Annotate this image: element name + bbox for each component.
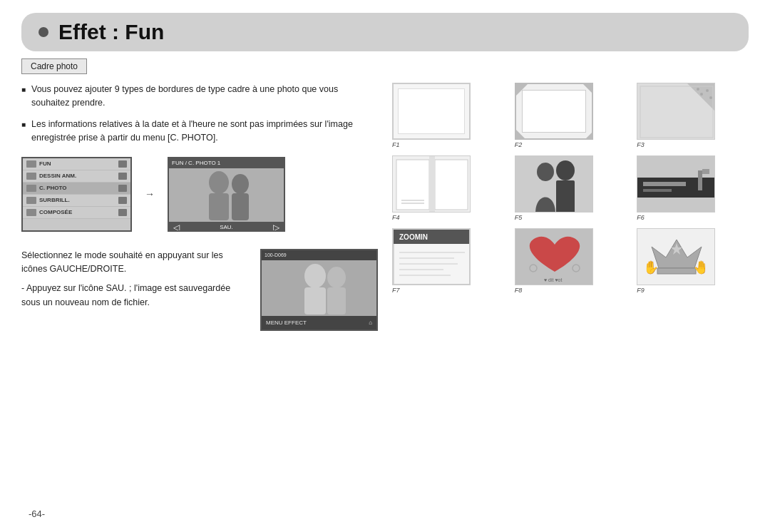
left-nav-icon[interactable]: ◁ [173,222,180,232]
camera2-bottom-bar: MENU EFFECT ⌂ [262,316,376,330]
couple-photo-svg [169,168,284,222]
svg-rect-4 [232,193,249,220]
photo-preview-screen: FUN / C. PHOTO 1 ◁ SAU. [168,157,285,232]
frame4-svg [393,156,470,212]
frame-item-1: F1 [392,83,504,148]
frame-label-4: F4 [392,214,400,221]
menu-icon-composee [26,209,36,216]
section2: Sélectionnez le mode souhaité en appuyan… [21,249,378,331]
svg-rect-27 [515,156,592,212]
bullet-1: Vous pouvez ajouter 9 types de bordures … [21,83,378,111]
svg-rect-36 [702,169,709,174]
frame1-inner [398,88,465,134]
svg-point-17 [700,93,703,96]
menu-text-surbrill: SURBRILL. [39,197,115,203]
menu-item-cphoto: C. PHOTO [23,183,130,195]
svg-rect-34 [643,189,672,192]
svg-marker-11 [583,84,592,96]
camera-menu: FUN DESSIN ANM. C. PHOTO [23,158,130,230]
frame-item-3: F3 [637,83,749,148]
menu-right-dessin [118,173,127,180]
menu-right-cphoto [118,185,127,192]
frame-label-7: F7 [392,287,400,294]
camera2-home-icon[interactable]: ⌂ [369,319,372,326]
camera2-screen: 100-D069 MENU EFFECT ⌂ [260,249,378,331]
photo-title: FUN / C. PHOTO 1 [172,160,220,166]
frame-label-1: F1 [392,141,400,148]
menu-item-dessin: DESSIN ANM. [23,170,130,183]
svg-point-6 [304,264,326,288]
right-column: F1 F2 [392,83,749,331]
header-dot [38,27,48,37]
camera2-menu-label[interactable]: MENU EFFECT [266,319,307,326]
svg-point-28 [537,163,554,181]
svg-point-19 [709,96,712,99]
menu-icon-fun [26,160,36,168]
frame5-svg [515,156,592,212]
menu-right-fun [118,160,127,168]
menu-text-dessin: DESSIN ANM. [39,173,115,179]
frame-item-6: F6 [637,155,749,221]
svg-rect-33 [643,182,686,186]
camera-area: FUN DESSIN ANM. C. PHOTO [21,157,378,232]
svg-rect-2 [209,193,229,220]
frame8-svg: ♥ dit ♥ot [515,229,592,285]
menu-icon-dessin [26,173,36,180]
svg-text:♥ dit ♥ot: ♥ dit ♥ot [544,277,562,282]
svg-rect-50 [657,268,696,274]
main-content: Vous pouvez ajouter 9 types de bordures … [0,83,770,331]
frames-grid: F1 F2 [392,83,749,294]
camera2-area: Sélectionnez le mode souhaité en appuyan… [21,249,378,331]
page-title: Effet : Fun [58,20,164,44]
svg-rect-7 [304,287,326,314]
svg-marker-13 [583,130,592,138]
photo-top-bar: FUN / C. PHOTO 1 [169,158,284,168]
menu-icon-cphoto [26,185,36,192]
camera2-title: 100-D069 [265,252,287,257]
svg-rect-30 [556,180,575,212]
menu-right-composee [118,209,127,216]
frame-item-8: ♥ dit ♥ot F8 [515,228,627,294]
frame-box-6 [637,155,715,213]
frame3-svg [637,83,714,139]
frame7-svg: ZOOMIN [394,230,469,284]
photo-preview-content [169,168,284,222]
menu-item-fun: FUN [23,158,130,170]
frame-item-4: F4 [392,155,504,221]
frame6-svg [637,156,714,212]
frame-box-4 [392,155,471,213]
svg-rect-23 [435,160,468,210]
frame-item-9: ✋ 🤚 F9 [637,228,749,294]
right-nav-icon[interactable]: ▷ [273,222,279,232]
section2-text1: Sélectionnez le mode souhaité en appuyan… [21,249,246,277]
svg-point-29 [556,160,575,180]
frame-box-7: ZOOMIN [392,228,471,285]
menu-right-surbrill [118,197,127,204]
camera2-photo [262,260,376,316]
camera-menu-screen: FUN DESSIN ANM. C. PHOTO [21,157,132,232]
frame-box-1 [392,83,471,140]
section2-text-block: Sélectionnez le mode souhaité en appuyan… [21,249,246,316]
sau-label[interactable]: SAU. [220,224,233,230]
svg-rect-24 [429,156,435,212]
svg-rect-9 [327,287,346,314]
page-header: Effet : Fun [21,13,749,51]
frame-label-6: F6 [637,214,645,221]
svg-rect-35 [698,170,702,190]
menu-item-composee: COMPOSÉE [23,207,130,219]
frame-box-2 [515,83,593,140]
svg-point-3 [232,174,249,194]
frame9-svg: ✋ 🤚 [637,229,714,285]
menu-icon-surbrill [26,197,36,204]
svg-marker-12 [516,130,528,138]
cadre-label: Cadre photo [21,58,87,74]
camera2-photo-svg [262,260,376,316]
frame2-svg [516,84,592,138]
frame-box-5 [515,155,593,213]
bullet-2: Les informations relatives à la date et … [21,118,378,145]
menu-text-fun: FUN [39,160,115,167]
frame-item-2: F2 [515,83,627,148]
svg-point-8 [327,267,346,288]
frame-label-2: F2 [515,141,523,148]
svg-marker-10 [516,84,528,96]
